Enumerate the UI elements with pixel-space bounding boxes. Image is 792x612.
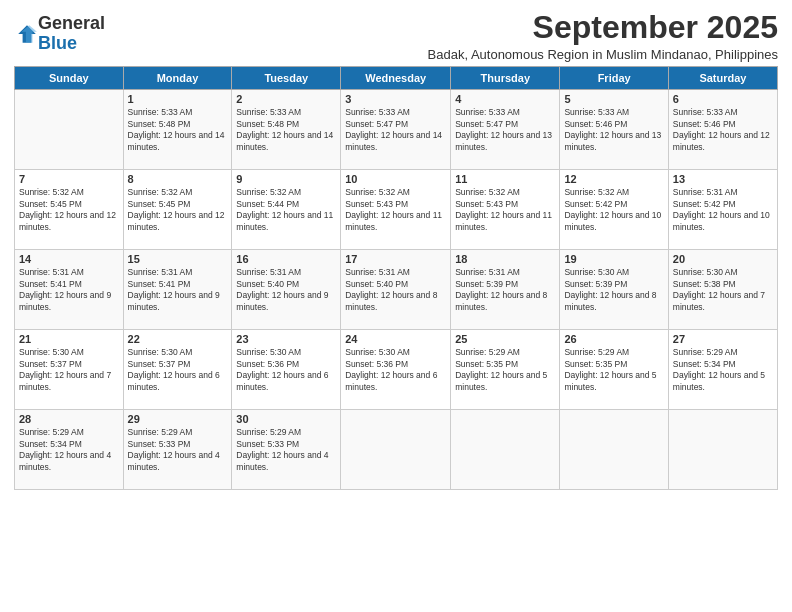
cell-info: Sunrise: 5:31 AM Sunset: 5:39 PM Dayligh… [455, 267, 555, 313]
day-number: 22 [128, 333, 228, 345]
cell-info: Sunrise: 5:32 AM Sunset: 5:45 PM Dayligh… [128, 187, 228, 233]
day-number: 2 [236, 93, 336, 105]
cell-info: Sunrise: 5:29 AM Sunset: 5:34 PM Dayligh… [19, 427, 119, 473]
table-row: 21Sunrise: 5:30 AM Sunset: 5:37 PM Dayli… [15, 330, 124, 410]
table-row: 13Sunrise: 5:31 AM Sunset: 5:42 PM Dayli… [668, 170, 777, 250]
logo-general: General [38, 13, 105, 33]
day-number: 25 [455, 333, 555, 345]
month-title: September 2025 [428, 10, 778, 45]
day-number: 20 [673, 253, 773, 265]
logo-blue: Blue [38, 33, 77, 53]
table-row: 28Sunrise: 5:29 AM Sunset: 5:34 PM Dayli… [15, 410, 124, 490]
day-number: 24 [345, 333, 446, 345]
cell-info: Sunrise: 5:32 AM Sunset: 5:44 PM Dayligh… [236, 187, 336, 233]
table-row: 22Sunrise: 5:30 AM Sunset: 5:37 PM Dayli… [123, 330, 232, 410]
table-row: 4Sunrise: 5:33 AM Sunset: 5:47 PM Daylig… [451, 90, 560, 170]
table-row: 30Sunrise: 5:29 AM Sunset: 5:33 PM Dayli… [232, 410, 341, 490]
day-number: 4 [455, 93, 555, 105]
table-row [560, 410, 668, 490]
table-row: 12Sunrise: 5:32 AM Sunset: 5:42 PM Dayli… [560, 170, 668, 250]
table-row: 14Sunrise: 5:31 AM Sunset: 5:41 PM Dayli… [15, 250, 124, 330]
day-number: 16 [236, 253, 336, 265]
day-number: 1 [128, 93, 228, 105]
table-row [341, 410, 451, 490]
day-number: 23 [236, 333, 336, 345]
logo: General Blue [14, 14, 105, 54]
col-monday: Monday [123, 67, 232, 90]
table-row [451, 410, 560, 490]
day-number: 14 [19, 253, 119, 265]
table-row: 11Sunrise: 5:32 AM Sunset: 5:43 PM Dayli… [451, 170, 560, 250]
day-number: 12 [564, 173, 663, 185]
day-number: 29 [128, 413, 228, 425]
cell-info: Sunrise: 5:33 AM Sunset: 5:48 PM Dayligh… [236, 107, 336, 153]
cell-info: Sunrise: 5:33 AM Sunset: 5:46 PM Dayligh… [673, 107, 773, 153]
location-subtitle: Badak, Autonomous Region in Muslim Minda… [428, 47, 778, 62]
day-number: 27 [673, 333, 773, 345]
cell-info: Sunrise: 5:30 AM Sunset: 5:39 PM Dayligh… [564, 267, 663, 313]
table-row: 5Sunrise: 5:33 AM Sunset: 5:46 PM Daylig… [560, 90, 668, 170]
cell-info: Sunrise: 5:29 AM Sunset: 5:33 PM Dayligh… [128, 427, 228, 473]
cell-info: Sunrise: 5:31 AM Sunset: 5:42 PM Dayligh… [673, 187, 773, 233]
table-row: 6Sunrise: 5:33 AM Sunset: 5:46 PM Daylig… [668, 90, 777, 170]
col-wednesday: Wednesday [341, 67, 451, 90]
cell-info: Sunrise: 5:33 AM Sunset: 5:48 PM Dayligh… [128, 107, 228, 153]
table-row: 10Sunrise: 5:32 AM Sunset: 5:43 PM Dayli… [341, 170, 451, 250]
title-block: September 2025 Badak, Autonomous Region … [428, 10, 778, 62]
table-row: 18Sunrise: 5:31 AM Sunset: 5:39 PM Dayli… [451, 250, 560, 330]
day-number: 30 [236, 413, 336, 425]
table-row: 25Sunrise: 5:29 AM Sunset: 5:35 PM Dayli… [451, 330, 560, 410]
cell-info: Sunrise: 5:29 AM Sunset: 5:35 PM Dayligh… [455, 347, 555, 393]
week-row-1: 1Sunrise: 5:33 AM Sunset: 5:48 PM Daylig… [15, 90, 778, 170]
cell-info: Sunrise: 5:33 AM Sunset: 5:47 PM Dayligh… [345, 107, 446, 153]
table-row: 29Sunrise: 5:29 AM Sunset: 5:33 PM Dayli… [123, 410, 232, 490]
cell-info: Sunrise: 5:31 AM Sunset: 5:40 PM Dayligh… [345, 267, 446, 313]
cell-info: Sunrise: 5:30 AM Sunset: 5:37 PM Dayligh… [128, 347, 228, 393]
day-number: 9 [236, 173, 336, 185]
table-row: 8Sunrise: 5:32 AM Sunset: 5:45 PM Daylig… [123, 170, 232, 250]
table-row: 7Sunrise: 5:32 AM Sunset: 5:45 PM Daylig… [15, 170, 124, 250]
table-row: 27Sunrise: 5:29 AM Sunset: 5:34 PM Dayli… [668, 330, 777, 410]
table-row: 9Sunrise: 5:32 AM Sunset: 5:44 PM Daylig… [232, 170, 341, 250]
cell-info: Sunrise: 5:32 AM Sunset: 5:43 PM Dayligh… [345, 187, 446, 233]
logo-text: General Blue [38, 14, 105, 54]
cell-info: Sunrise: 5:30 AM Sunset: 5:37 PM Dayligh… [19, 347, 119, 393]
day-number: 18 [455, 253, 555, 265]
calendar-table: Sunday Monday Tuesday Wednesday Thursday… [14, 66, 778, 490]
day-number: 19 [564, 253, 663, 265]
col-sunday: Sunday [15, 67, 124, 90]
day-number: 28 [19, 413, 119, 425]
day-number: 13 [673, 173, 773, 185]
table-row: 23Sunrise: 5:30 AM Sunset: 5:36 PM Dayli… [232, 330, 341, 410]
cell-info: Sunrise: 5:29 AM Sunset: 5:35 PM Dayligh… [564, 347, 663, 393]
cell-info: Sunrise: 5:30 AM Sunset: 5:36 PM Dayligh… [236, 347, 336, 393]
cell-info: Sunrise: 5:31 AM Sunset: 5:40 PM Dayligh… [236, 267, 336, 313]
day-number: 8 [128, 173, 228, 185]
table-row: 16Sunrise: 5:31 AM Sunset: 5:40 PM Dayli… [232, 250, 341, 330]
day-number: 26 [564, 333, 663, 345]
cell-info: Sunrise: 5:32 AM Sunset: 5:43 PM Dayligh… [455, 187, 555, 233]
cell-info: Sunrise: 5:31 AM Sunset: 5:41 PM Dayligh… [19, 267, 119, 313]
cell-info: Sunrise: 5:32 AM Sunset: 5:45 PM Dayligh… [19, 187, 119, 233]
header: General Blue September 2025 Badak, Auton… [14, 10, 778, 62]
logo-icon [16, 23, 38, 45]
day-number: 7 [19, 173, 119, 185]
table-row: 2Sunrise: 5:33 AM Sunset: 5:48 PM Daylig… [232, 90, 341, 170]
cell-info: Sunrise: 5:33 AM Sunset: 5:47 PM Dayligh… [455, 107, 555, 153]
cell-info: Sunrise: 5:29 AM Sunset: 5:34 PM Dayligh… [673, 347, 773, 393]
cell-info: Sunrise: 5:29 AM Sunset: 5:33 PM Dayligh… [236, 427, 336, 473]
table-row: 17Sunrise: 5:31 AM Sunset: 5:40 PM Dayli… [341, 250, 451, 330]
cell-info: Sunrise: 5:32 AM Sunset: 5:42 PM Dayligh… [564, 187, 663, 233]
table-row [15, 90, 124, 170]
day-number: 5 [564, 93, 663, 105]
calendar-header-row: Sunday Monday Tuesday Wednesday Thursday… [15, 67, 778, 90]
table-row: 1Sunrise: 5:33 AM Sunset: 5:48 PM Daylig… [123, 90, 232, 170]
table-row: 19Sunrise: 5:30 AM Sunset: 5:39 PM Dayli… [560, 250, 668, 330]
col-saturday: Saturday [668, 67, 777, 90]
day-number: 11 [455, 173, 555, 185]
table-row: 24Sunrise: 5:30 AM Sunset: 5:36 PM Dayli… [341, 330, 451, 410]
week-row-3: 14Sunrise: 5:31 AM Sunset: 5:41 PM Dayli… [15, 250, 778, 330]
cell-info: Sunrise: 5:33 AM Sunset: 5:46 PM Dayligh… [564, 107, 663, 153]
week-row-5: 28Sunrise: 5:29 AM Sunset: 5:34 PM Dayli… [15, 410, 778, 490]
day-number: 3 [345, 93, 446, 105]
